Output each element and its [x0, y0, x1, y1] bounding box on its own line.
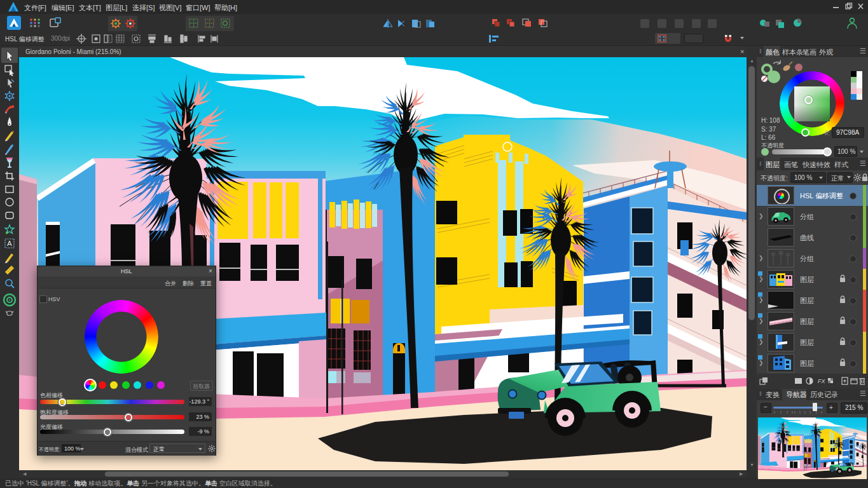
svg-text:FX: FX	[818, 378, 825, 384]
svg-text:A: A	[7, 240, 12, 247]
